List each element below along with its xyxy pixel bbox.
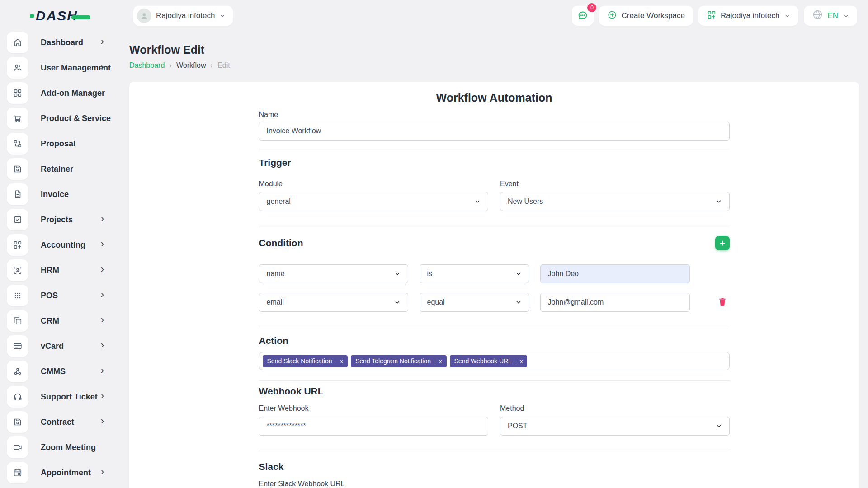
sidebar-item-projects[interactable]: Projects›	[7, 209, 127, 230]
action-tag: Send Telegram Notification x	[351, 355, 447, 367]
sidebar-nav: Dashboard›User Management›Add-on Manager…	[0, 32, 127, 488]
condition-heading: Condition	[259, 237, 303, 249]
workspace-name: Rajodiya infotech	[156, 11, 215, 20]
divider	[259, 450, 730, 450]
dots-grid-icon	[7, 285, 28, 306]
breadcrumb-current: Edit	[217, 61, 230, 70]
company-selector[interactable]: Rajodiya infotech	[698, 6, 798, 26]
language-code: EN	[827, 11, 838, 20]
chevron-right-icon: ›	[101, 340, 104, 350]
condition-operator-select[interactable]: equal	[420, 293, 529, 312]
chevron-down-icon	[515, 299, 522, 305]
remove-tag-button[interactable]: x	[435, 358, 442, 365]
remove-tag-button[interactable]: x	[336, 358, 343, 365]
company-name: Rajodiya infotech	[721, 11, 779, 20]
chevron-right-icon: ›	[101, 62, 104, 72]
sidebar-item-accounting[interactable]: Accounting›	[7, 234, 127, 256]
action-tag: Send Webhook URL x	[450, 355, 528, 367]
create-workspace-label: Create Workspace	[621, 11, 684, 20]
chevron-right-icon: ›	[101, 315, 104, 325]
sidebar-item-support-ticket[interactable]: Support Ticket›	[7, 386, 127, 408]
page-title: Workflow Edit	[129, 43, 859, 56]
sidebar-item-hrm[interactable]: HRM›	[7, 259, 127, 281]
sidebar-item-label: Support Ticket	[41, 392, 98, 402]
trigger-heading: Trigger	[259, 157, 730, 169]
condition-value-input[interactable]	[540, 264, 690, 283]
sidebar-item-label: CMMS	[41, 367, 66, 376]
name-label: Name	[259, 111, 730, 119]
sidebar-item-dashboard[interactable]: Dashboard›	[7, 32, 127, 53]
globe-icon	[812, 9, 823, 23]
avatar	[137, 9, 151, 23]
file-icon	[7, 183, 28, 205]
check-square-icon	[7, 209, 28, 230]
event-select[interactable]: New Users	[500, 192, 730, 211]
module-select[interactable]: general	[259, 192, 489, 211]
slack-heading: Slack	[259, 461, 730, 473]
messages-count-badge: 0	[587, 3, 596, 12]
workflow-form-card: Workflow Automation Name Trigger Module …	[129, 82, 859, 488]
sidebar-item-label: Invoice	[41, 190, 69, 199]
chat-icon	[577, 10, 589, 22]
chevron-down-icon	[394, 271, 401, 277]
sidebar-item-retainer[interactable]: Retainer	[7, 158, 127, 180]
webhook-url-label: Enter Webhook	[259, 404, 489, 413]
chevron-right-icon: ›	[101, 264, 104, 274]
action-tags-field[interactable]: Send Slack Notification x Send Telegram …	[259, 352, 730, 370]
breadcrumb: Dashboard › Workflow › Edit	[129, 61, 859, 70]
chevron-right-icon: ›	[101, 214, 104, 224]
plus-circle-icon	[607, 10, 617, 22]
method-label: Method	[500, 404, 730, 413]
sidebar-item-cmms[interactable]: CMMS›	[7, 361, 127, 382]
save-icon	[7, 158, 28, 180]
sidebar-item-label: Proposal	[41, 139, 75, 149]
chevron-down-icon	[716, 198, 722, 205]
sidebar-item-user-management[interactable]: User Management›	[7, 57, 127, 79]
chevron-down-icon	[843, 13, 849, 19]
condition-value-input[interactable]	[540, 293, 690, 312]
condition-field-select[interactable]: name	[259, 264, 408, 283]
chevron-down-icon	[219, 13, 226, 19]
delete-condition-button[interactable]	[718, 297, 727, 309]
webhook-url-input[interactable]	[259, 417, 489, 436]
remove-tag-button[interactable]: x	[516, 358, 523, 365]
sidebar-item-appointment[interactable]: Appointment›	[7, 462, 127, 483]
credit-card-icon	[7, 335, 28, 357]
sidebar-item-zoom-meeting[interactable]: Zoom Meeting	[7, 436, 127, 458]
workspace-selector[interactable]: Rajodiya infotech	[133, 6, 233, 26]
trash-icon	[718, 297, 727, 307]
chevron-right-icon: ›	[101, 366, 104, 375]
workflow-name-input[interactable]	[259, 122, 730, 141]
language-selector[interactable]: EN	[804, 6, 857, 26]
sidebar-item-pos[interactable]: POS›	[7, 285, 127, 306]
sidebar-item-label: Appointment	[41, 468, 91, 478]
messages-button[interactable]: 0	[572, 6, 594, 26]
slack-webhook-label: Enter Slack Webhook URL	[259, 480, 730, 488]
sidebar-item-product-service[interactable]: Product & Service	[7, 108, 127, 129]
sidebar-item-vcard[interactable]: vCard›	[7, 335, 127, 357]
webhook-heading: Webhook URL	[259, 385, 730, 397]
sidebar-item-crm[interactable]: CRM›	[7, 310, 127, 332]
sidebar-item-label: Zoom Meeting	[41, 443, 96, 452]
chevron-right-icon: ›	[101, 391, 104, 401]
swap-icon	[7, 133, 28, 155]
brand-logo[interactable]: DASH	[30, 8, 90, 23]
breadcrumb-dashboard[interactable]: Dashboard	[129, 61, 165, 70]
sidebar-item-proposal[interactable]: Proposal	[7, 133, 127, 155]
chevron-right-icon: ›	[101, 416, 104, 426]
chevron-right-icon: ›	[210, 61, 213, 70]
method-select[interactable]: POST	[500, 417, 730, 436]
sidebar-item-invoice[interactable]: Invoice	[7, 183, 127, 205]
sidebar-item-contract[interactable]: Contract›	[7, 411, 127, 433]
headset-icon	[7, 386, 28, 408]
condition-operator-select[interactable]: is	[420, 264, 529, 283]
breadcrumb-workflow[interactable]: Workflow	[176, 61, 206, 70]
chevron-right-icon: ›	[169, 61, 172, 70]
create-workspace-button[interactable]: Create Workspace	[599, 6, 693, 26]
sidebar-item-add-on-manager[interactable]: Add-on Manager	[7, 82, 127, 104]
chevron-right-icon: ›	[101, 37, 104, 47]
condition-field-select[interactable]: email	[259, 293, 408, 312]
plus-icon	[719, 239, 726, 247]
home-icon	[7, 32, 28, 53]
add-condition-button[interactable]	[715, 236, 730, 250]
